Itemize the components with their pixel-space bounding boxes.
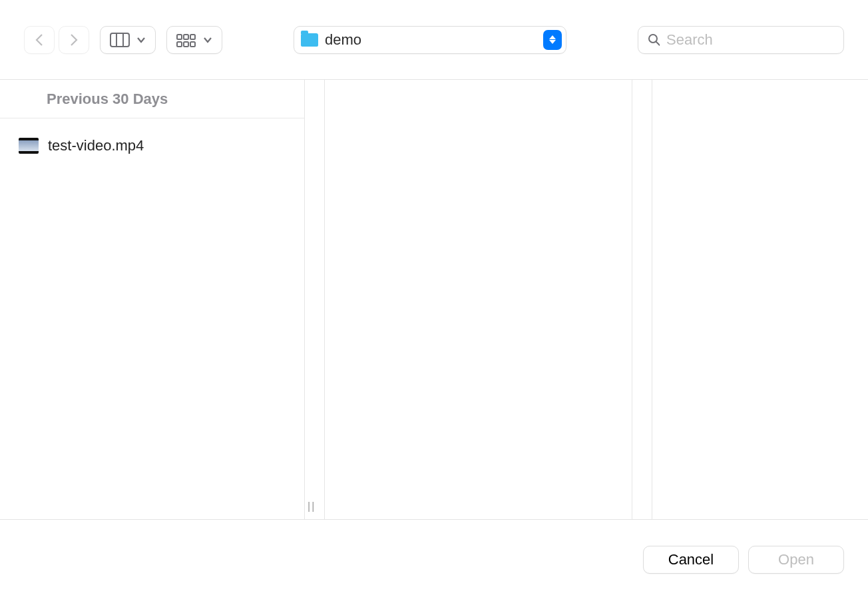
view-columns-button[interactable] [100,26,156,54]
svg-rect-5 [184,35,188,39]
svg-rect-4 [177,42,182,47]
svg-rect-7 [190,35,195,39]
group-by-button[interactable] [166,26,222,54]
svg-rect-6 [184,42,188,47]
back-button[interactable] [24,26,55,54]
content-area: Previous 30 Days test-video.mp4 || [0,80,868,519]
chevron-down-icon [136,37,146,43]
footer: Cancel Open [0,519,868,599]
columns-icon [110,33,130,47]
preview-column [325,80,632,519]
chevron-down-icon [203,37,212,43]
column-divider [632,80,652,519]
file-name: test-video.mp4 [48,137,144,154]
file-column: Previous 30 Days test-video.mp4 || [0,80,305,519]
toolbar: demo [0,0,868,80]
search-input[interactable] [666,31,834,49]
svg-line-10 [656,42,660,45]
column-divider [305,80,325,519]
updown-icon [543,30,562,50]
open-button[interactable]: Open [748,546,844,574]
location-label: demo [325,31,537,49]
location-dropdown[interactable]: demo [294,26,566,54]
file-item[interactable]: test-video.mp4 [0,118,304,162]
chevron-left-icon [35,33,44,47]
svg-rect-8 [190,42,195,47]
nav-buttons [24,26,89,54]
cancel-button[interactable]: Cancel [643,546,739,574]
section-header: Previous 30 Days [0,80,304,118]
search-icon [648,33,660,47]
video-thumbnail-icon [19,138,39,154]
grid-group-icon [176,33,196,47]
info-column [652,80,868,519]
chevron-right-icon [69,33,79,47]
svg-point-9 [649,35,657,43]
folder-icon [301,33,318,47]
forward-button[interactable] [59,26,89,54]
svg-rect-0 [110,33,129,47]
search-field[interactable] [638,26,844,54]
svg-rect-3 [177,35,182,39]
